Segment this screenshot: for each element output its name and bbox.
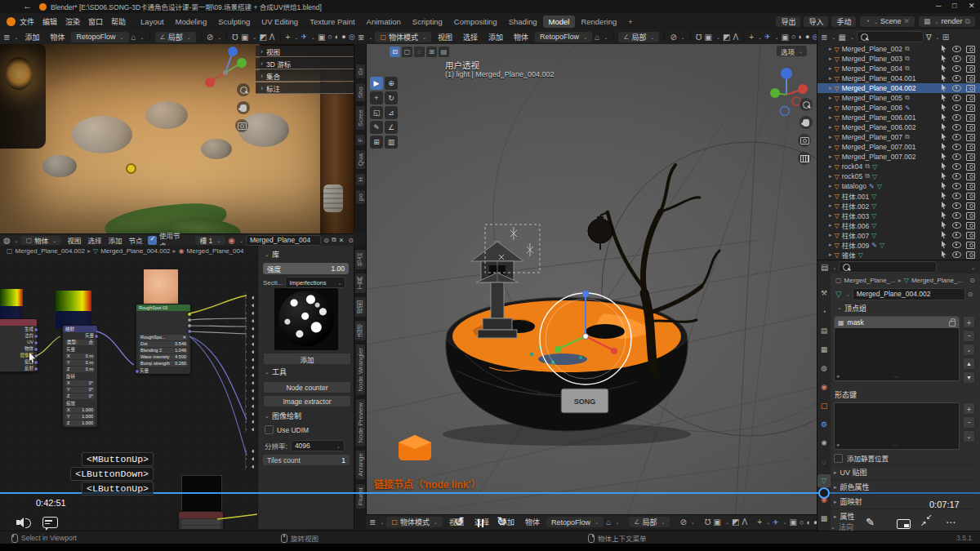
orientation-selector[interactable]: ∠局部⌄ xyxy=(629,517,670,527)
pause-button[interactable] xyxy=(478,519,484,527)
options-button[interactable]: 选项⌄ xyxy=(777,46,807,56)
hide-viewport-icon[interactable] xyxy=(952,173,961,180)
outliner-item-Merged_Plane_006.002[interactable]: ▸▽Merged_Plane_006.002 xyxy=(817,122,980,132)
copy-icon[interactable]: ⧉ xyxy=(965,17,970,26)
expand-arrow-icon[interactable]: ▸ xyxy=(829,251,832,258)
use-nodes-checkbox[interactable] xyxy=(148,236,157,245)
mapping-value[interactable]: Y1.000 xyxy=(65,414,95,420)
group-field-Bump strength[interactable]: Bump strength0.260 xyxy=(139,361,188,367)
camera-view-icon[interactable] xyxy=(798,134,811,147)
workspace-tab-model[interactable]: Model xyxy=(543,16,576,28)
workspace-tab-modeling[interactable]: Modeling xyxy=(170,16,213,28)
hide-viewport-icon[interactable] xyxy=(952,75,961,82)
selectable-icon[interactable] xyxy=(942,55,947,63)
home-icon[interactable]: ⌂ xyxy=(131,33,136,42)
shader-mode-selector[interactable]: ▢ 物体 ⌄ xyxy=(21,236,62,245)
expand-arrow-icon[interactable]: ▸ xyxy=(829,232,832,238)
add-button[interactable]: ＋ xyxy=(963,402,975,415)
group-image-selector[interactable]: RoughSpo...✕ xyxy=(139,335,188,340)
side-tab-节点[interactable]: 节点 xyxy=(354,249,367,270)
shading-mode-icon-1[interactable]: ◐ xyxy=(807,518,811,527)
properties-tab-object-data[interactable]: ▽ xyxy=(817,474,831,487)
breadcrumb-material[interactable]: Merged_Plane_004 xyxy=(187,247,244,255)
mapping-value[interactable]: X1.000 xyxy=(65,407,95,413)
properties-tab-output[interactable]: ▤ xyxy=(817,324,831,337)
shading-mode-icon-0[interactable]: ○ xyxy=(327,33,332,41)
retopoflow-menu[interactable]: RetopoFlow⌄ xyxy=(546,517,604,527)
side-tab-视图[interactable]: 视图 xyxy=(354,296,367,318)
expand-arrow-icon[interactable]: ▸ xyxy=(829,95,832,101)
specials-button[interactable]: ⌄ xyxy=(963,430,975,442)
viewport-menu-选择[interactable]: 选择 xyxy=(459,32,482,42)
proportional-edit-icon[interactable]: ⊘ xyxy=(207,33,213,42)
selectable-icon[interactable] xyxy=(942,211,947,220)
shading-mode-icon-2[interactable]: ● xyxy=(341,33,345,41)
side-tab-H[interactable]: H xyxy=(355,173,366,186)
remove-button[interactable]: − xyxy=(963,330,975,342)
selectable-icon[interactable] xyxy=(942,45,947,53)
selectable-icon[interactable] xyxy=(942,64,947,73)
hide-render-icon[interactable] xyxy=(966,46,975,53)
node-output-生成[interactable]: 生成 xyxy=(0,326,37,332)
hide-render-icon[interactable] xyxy=(966,193,975,200)
editor-type-icon[interactable]: ◍ xyxy=(3,236,11,245)
hide-viewport-icon[interactable] xyxy=(952,222,961,229)
side-tab-Scree[interactable]: Scree xyxy=(355,105,366,131)
toolbar-tool-0[interactable]: ▶ xyxy=(370,77,383,90)
resize-grip[interactable]: ⋯ xyxy=(892,442,898,449)
workspace-tab-animation[interactable]: Animation xyxy=(361,16,407,28)
expand-arrow-icon[interactable]: ▸ xyxy=(829,85,832,91)
properties-tab-texture[interactable]: ▩ xyxy=(817,512,831,525)
outliner-item-rock04[interactable]: ▸▽rock04⧉▽ xyxy=(817,162,980,171)
editor-type-icon[interactable]: ≣ xyxy=(3,33,10,42)
overlay-icon[interactable]: ◩ xyxy=(723,33,730,42)
breadcrumb-object[interactable]: Merged_Plane_... xyxy=(844,277,896,284)
slot-selector[interactable]: 槽 1⌄ xyxy=(195,236,226,245)
hide-render-icon[interactable] xyxy=(966,173,975,180)
hide-viewport-icon[interactable] xyxy=(952,46,961,52)
shrink-icon[interactable]: ↙ ↗ xyxy=(921,515,934,527)
menu-编辑[interactable]: 编辑 xyxy=(38,16,61,27)
proportional-edit-icon[interactable]: ⊘ xyxy=(670,33,676,42)
action-button-导出[interactable]: 导出 xyxy=(776,16,800,27)
hide-render-icon[interactable] xyxy=(966,183,975,190)
add-workspace-button[interactable]: + xyxy=(622,16,639,28)
expand-arrow-icon[interactable]: ▸ xyxy=(829,212,832,219)
hide-render-icon[interactable] xyxy=(966,153,975,161)
node-group[interactable]: RoughSpot 03 RoughSpo...✕ Dot0.546Blendi… xyxy=(136,304,191,375)
selectable-icon[interactable] xyxy=(942,241,947,249)
expand-arrow-icon[interactable]: ▸ xyxy=(829,56,832,62)
properties-tab-view-layer[interactable]: ▦ xyxy=(817,343,831,356)
hide-render-icon[interactable] xyxy=(966,251,975,259)
hide-viewport-icon[interactable] xyxy=(952,95,961,101)
skip-back-button[interactable]: ↺10 xyxy=(454,514,465,529)
node-output-反射[interactable]: 反射 xyxy=(0,365,37,371)
selectable-icon[interactable] xyxy=(942,182,947,190)
editor-type-icon[interactable]: ≣ xyxy=(369,518,376,527)
shading-mode-icon-1[interactable]: ◐ xyxy=(799,33,803,41)
outliner-item-锥体[interactable]: ▸▽锥体▽ xyxy=(817,250,980,260)
property-section-颜色属性[interactable]: ▸颜色属性 xyxy=(829,479,976,494)
shading-mode-icon-0[interactable]: ○ xyxy=(791,33,795,41)
group-field-Dot[interactable]: Dot0.546 xyxy=(139,341,188,347)
outliner-item-柱体.007[interactable]: ▸▽柱体.007▽ xyxy=(817,230,980,240)
selectable-icon[interactable] xyxy=(942,202,947,210)
selectable-icon[interactable] xyxy=(942,133,947,141)
shape-keys-header[interactable]: 形态键 xyxy=(835,389,857,400)
workspace-tab-sculpting[interactable]: Sculpting xyxy=(212,16,256,28)
pan-hand-icon[interactable] xyxy=(800,116,813,129)
side-tab-Qua[interactable]: Qua xyxy=(355,149,366,170)
orientation-selector[interactable]: ∠局部⌄ xyxy=(155,32,196,42)
selectable-icon[interactable] xyxy=(942,94,947,102)
selectable-icon[interactable] xyxy=(942,153,947,161)
resolution-dropdown[interactable]: 4096⌄ xyxy=(291,440,345,451)
overlay-panel-标注[interactable]: ›标注 xyxy=(256,82,354,94)
unlink-icon[interactable]: ✕ xyxy=(903,17,910,25)
outliner-item-tatalogo[interactable]: ▸▽tatalogo✎▽ xyxy=(817,181,980,191)
hide-render-icon[interactable] xyxy=(966,104,975,112)
add-button[interactable]: 添加 xyxy=(263,353,351,365)
use-udim-checkbox[interactable] xyxy=(265,425,274,434)
shader-menu-节点[interactable]: 节点 xyxy=(125,235,145,245)
menu-文件[interactable]: 文件 xyxy=(16,16,38,27)
property-section-UV 贴图[interactable]: ▸UV 贴图 xyxy=(829,464,976,479)
